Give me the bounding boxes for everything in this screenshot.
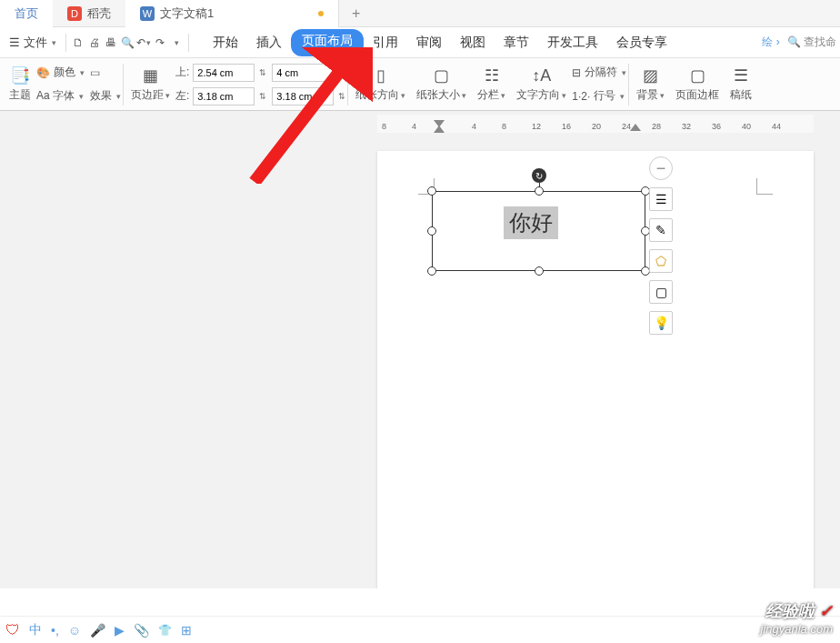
stepper-icon[interactable]: ⇅ <box>259 92 266 101</box>
print-button[interactable]: 🖶 <box>103 35 119 51</box>
font-button[interactable]: Aa 字体▾ <box>36 85 85 107</box>
tab-page-layout[interactable]: 页面布局 <box>291 29 364 56</box>
ruler-tick: 44 <box>772 122 781 131</box>
orient-button[interactable]: ▯ 纸张方向▾ <box>350 58 411 110</box>
svg-marker-3 <box>434 126 445 133</box>
background-button[interactable]: ▨ 背景▾ <box>631 58 670 110</box>
lineno-button[interactable]: 1·2·行号▾ <box>572 85 626 107</box>
ruler-tick: 8 <box>382 122 386 131</box>
columns-icon: ☷ <box>485 65 499 85</box>
tab-templates-label: 稻壳 <box>87 5 111 22</box>
undo-button[interactable]: ↶▾ <box>135 35 152 51</box>
shield-icon[interactable]: 🛡 <box>5 622 20 638</box>
file-menu-label: 文件 <box>24 35 47 51</box>
margin-left-input[interactable] <box>193 87 255 105</box>
ruler-tick: 24 <box>622 122 631 131</box>
modified-dot-icon <box>318 11 324 16</box>
lang-button[interactable]: 中 <box>29 622 42 638</box>
margin-right-bot-input[interactable] <box>272 87 334 105</box>
theme-label: 主题 <box>9 87 31 103</box>
margin-group[interactable]: ▦ 页边距▾ <box>125 58 175 110</box>
margin-right-top-input[interactable] <box>272 64 334 82</box>
background-icon: ▨ <box>643 65 658 85</box>
border-icon: ▢ <box>690 65 705 85</box>
theme-group[interactable]: 📑 主题 <box>4 58 36 110</box>
tab-home[interactable]: 首页 <box>0 0 53 27</box>
border-button[interactable]: ▢ 页面边框 <box>670 58 725 110</box>
dot-icon[interactable]: •, <box>51 623 59 638</box>
textdir-icon: ↕A <box>532 65 551 85</box>
tab-view[interactable]: 视图 <box>451 29 495 56</box>
resize-handle-bc[interactable] <box>535 266 544 276</box>
columns-button[interactable]: ☷ 分栏▾ <box>472 58 511 110</box>
document-page[interactable]: ↻ 你好 <box>377 151 814 588</box>
ink-tool[interactable]: 绘 › <box>762 35 779 50</box>
save-button[interactable]: 🖨 <box>86 35 103 51</box>
redo-button[interactable]: ↷ <box>152 35 168 51</box>
tab-references[interactable]: 引用 <box>364 29 407 56</box>
ruler-tick: 28 <box>652 122 661 131</box>
avatar-icon[interactable]: 👕 <box>158 624 172 637</box>
fill-button[interactable]: ⬠ <box>649 249 673 273</box>
size-icon: ▢ <box>434 65 449 85</box>
effects-button[interactable]: 💡 <box>649 311 673 335</box>
color-button[interactable]: 🎨颜色▾ <box>36 62 85 84</box>
paper-icon: ☰ <box>734 65 748 85</box>
tab-member[interactable]: 会员专享 <box>607 29 676 56</box>
break-button[interactable]: ⊟分隔符▾ <box>572 62 626 84</box>
tab-section[interactable]: 章节 <box>495 29 538 56</box>
textdir-button[interactable]: ↕A 文字方向▾ <box>511 58 572 110</box>
dao-icon: D <box>67 6 82 21</box>
effect-button[interactable]: 效果▾ <box>90 85 121 107</box>
separator <box>347 64 348 105</box>
right-indent-marker-icon[interactable] <box>630 122 643 135</box>
resize-handle-bl[interactable] <box>427 266 436 276</box>
video-icon[interactable]: ▶ <box>115 623 125 638</box>
orient-icon: ▯ <box>376 65 385 85</box>
stepper-icon[interactable]: ⇅ <box>259 68 266 77</box>
shape-icon: ▭ <box>90 66 100 79</box>
separator <box>123 64 124 105</box>
canvas-area: 8448121620242832364044 ▤▸ ↻ 你好 − ☰ ✎ ⬠ ▢… <box>0 111 840 588</box>
new-tab-button[interactable]: + <box>339 0 373 27</box>
hamburger-icon: ☰ <box>9 35 20 49</box>
layout-button[interactable]: ☰ <box>649 187 673 211</box>
ruler-tick: 40 <box>742 122 751 131</box>
resize-handle-tl[interactable] <box>427 186 436 196</box>
mic-icon[interactable]: 🎤 <box>90 623 105 638</box>
shadow-button[interactable]: ▢ <box>649 280 673 304</box>
preview-button[interactable]: 🔍 <box>119 35 135 51</box>
menu-bar: ☰ 文件 ▾ 🗋 🖨 🖶 🔍 ↶▾ ↷ ▾ 开始 插入 页面布局 引用 审阅 视… <box>0 27 840 58</box>
paper-button[interactable]: ☰ 稿纸 <box>725 58 757 110</box>
search-button[interactable]: 🔍 查找命 <box>787 35 836 50</box>
ruler-tick: 12 <box>532 122 541 131</box>
app-menu-button[interactable]: ☰ 文件 ▾ <box>4 32 62 54</box>
textbox[interactable]: ↻ 你好 <box>432 191 645 271</box>
collapse-button[interactable]: − <box>649 156 673 180</box>
indent-marker-icon[interactable] <box>434 120 446 133</box>
clip-icon[interactable]: 📎 <box>134 623 149 638</box>
tab-review[interactable]: 审阅 <box>407 29 451 56</box>
menu-right: 绘 › 🔍 查找命 <box>762 35 836 50</box>
tab-developer[interactable]: 开发工具 <box>538 29 607 56</box>
tab-start[interactable]: 开始 <box>204 29 247 56</box>
style-button[interactable]: ✎ <box>649 218 673 242</box>
floating-toolbar: − ☰ ✎ ⬠ ▢ 💡 <box>649 156 673 335</box>
face-icon[interactable]: ☺ <box>68 623 81 638</box>
shape-button[interactable]: ▭ <box>90 62 121 84</box>
doc-icon: W <box>140 6 155 21</box>
grid-icon[interactable]: ⊞ <box>181 623 192 638</box>
resize-handle-tc[interactable] <box>535 186 544 196</box>
new-doc-button[interactable]: 🗋 <box>70 35 86 51</box>
textbox-text[interactable]: 你好 <box>504 206 558 239</box>
tab-document[interactable]: W 文字文稿1 <box>125 0 339 27</box>
margin-top-input[interactable] <box>193 64 255 82</box>
theme-icon: 📑 <box>10 65 30 85</box>
resize-handle-ml[interactable] <box>427 226 436 236</box>
ruler-horizontal[interactable]: 8448121620242832364044 <box>377 115 814 133</box>
tab-templates[interactable]: D 稻壳 <box>53 0 125 27</box>
tab-insert[interactable]: 插入 <box>247 29 291 56</box>
size-button[interactable]: ▢ 纸张大小▾ <box>411 58 472 110</box>
more-qat-button[interactable]: ▾ <box>168 35 185 51</box>
rotate-handle[interactable]: ↻ <box>532 168 546 183</box>
